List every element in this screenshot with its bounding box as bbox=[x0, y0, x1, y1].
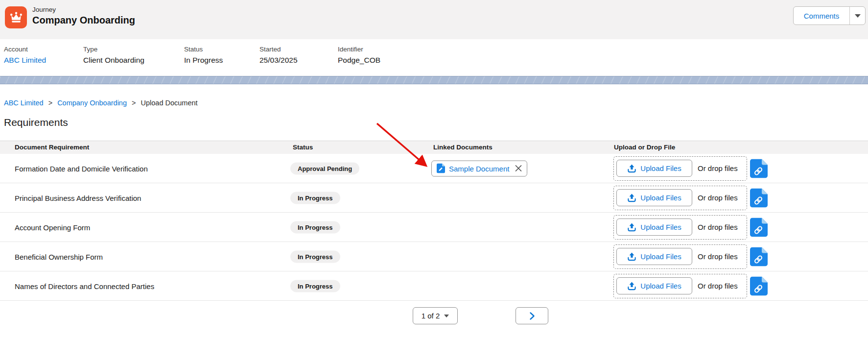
table-row: Principal Business Address Verification … bbox=[0, 183, 868, 213]
drop-files-label: Or drop files bbox=[698, 252, 738, 261]
link-file-button[interactable] bbox=[750, 276, 768, 295]
requirements-rows: Formation Date and Domicile Verification… bbox=[0, 154, 868, 301]
upload-files-button[interactable]: Upload Files bbox=[616, 160, 692, 177]
breadcrumb-journey-link[interactable]: Company Onboarding bbox=[57, 99, 127, 107]
breadcrumb-account-link[interactable]: ABC Limited bbox=[4, 99, 44, 107]
upload-icon bbox=[627, 281, 636, 291]
link-file-icon bbox=[750, 247, 768, 266]
column-header-status: Status bbox=[293, 141, 313, 154]
link-file-button[interactable] bbox=[750, 218, 768, 237]
close-icon bbox=[515, 165, 522, 172]
upload-files-label: Upload Files bbox=[640, 252, 681, 261]
drop-files-label: Or drop files bbox=[698, 194, 738, 202]
top-bar: Journey Company Onboarding Comments bbox=[0, 0, 868, 40]
page-indicator: 1 of 2 bbox=[422, 312, 440, 320]
upload-icon bbox=[627, 222, 636, 232]
requirements-table-header: Document Requirement Status Linked Docum… bbox=[0, 141, 868, 154]
upload-files-button[interactable]: Upload Files bbox=[616, 248, 692, 265]
status-badge: In Progress bbox=[290, 221, 340, 233]
status-badge: In Progress bbox=[290, 250, 340, 263]
field-value: Client Onboarding bbox=[83, 56, 144, 65]
upload-files-label: Upload Files bbox=[640, 223, 681, 231]
upload-files-label: Upload Files bbox=[640, 164, 681, 172]
breadcrumb: ABC Limited > Company Onboarding > Uploa… bbox=[4, 99, 198, 107]
link-file-button[interactable] bbox=[750, 247, 768, 266]
entity-type-label: Journey bbox=[32, 6, 56, 13]
field-label: Started bbox=[259, 46, 281, 53]
page-selector-button[interactable]: 1 of 2 bbox=[413, 307, 458, 324]
upload-files-label: Upload Files bbox=[640, 194, 681, 202]
caret-down-icon bbox=[855, 14, 861, 18]
upload-files-button[interactable]: Upload Files bbox=[616, 189, 692, 206]
field-label: Status bbox=[184, 46, 203, 53]
upload-icon bbox=[627, 193, 636, 202]
breadcrumb-separator: > bbox=[132, 99, 136, 107]
link-file-icon bbox=[750, 218, 768, 237]
requirement-name: Account Opening Form bbox=[15, 223, 90, 231]
link-file-button[interactable] bbox=[750, 159, 768, 178]
table-row: Beneficial Ownership Form In Progress Up… bbox=[0, 242, 868, 271]
field-value: Podge_COB bbox=[338, 56, 380, 65]
comments-button[interactable]: Comments bbox=[794, 7, 849, 24]
journey-page: Journey Company Onboarding Comments Acco… bbox=[0, 0, 868, 340]
breadcrumb-current: Upload Document bbox=[141, 99, 198, 107]
requirement-name: Formation Date and Domicile Verification bbox=[15, 164, 148, 172]
upload-files-button[interactable]: Upload Files bbox=[616, 219, 692, 236]
status-badge: In Progress bbox=[290, 280, 340, 292]
crown-icon bbox=[9, 11, 23, 24]
column-header-linked-documents: Linked Documents bbox=[433, 141, 493, 154]
file-dropzone[interactable]: Upload Files Or drop files bbox=[613, 244, 747, 269]
table-row: Formation Date and Domicile Verification… bbox=[0, 154, 868, 183]
file-dropzone[interactable]: Upload Files Or drop files bbox=[613, 186, 747, 210]
field-label: Identifier bbox=[338, 46, 363, 53]
chevron-right-icon bbox=[529, 312, 535, 320]
upload-icon bbox=[627, 252, 636, 261]
remove-linked-document-button[interactable] bbox=[515, 165, 522, 172]
linked-document-chip[interactable]: Sample Document bbox=[431, 160, 527, 176]
field-value: In Progress bbox=[184, 56, 223, 65]
comments-dropdown-button[interactable] bbox=[849, 7, 865, 24]
table-row: Names of Directors and Connected Parties… bbox=[0, 271, 868, 301]
upload-files-button[interactable]: Upload Files bbox=[616, 277, 692, 294]
decorative-banner bbox=[0, 76, 868, 84]
link-file-icon bbox=[750, 159, 768, 178]
status-badge: Approval Pending bbox=[290, 162, 359, 174]
status-badge: In Progress bbox=[290, 192, 340, 204]
field-label: Type bbox=[83, 46, 97, 53]
record-highlights: Account ABC Limited Type Client Onboardi… bbox=[0, 39, 868, 76]
page-title: Company Onboarding bbox=[32, 15, 135, 26]
column-header-upload: Upload or Drop File bbox=[614, 141, 675, 154]
upload-files-label: Upload Files bbox=[640, 282, 681, 290]
column-header-document-requirement: Document Requirement bbox=[15, 141, 89, 154]
file-dropzone[interactable]: Upload Files Or drop files bbox=[613, 156, 747, 181]
file-dropzone[interactable]: Upload Files Or drop files bbox=[613, 215, 747, 240]
link-file-icon bbox=[750, 276, 768, 295]
drop-files-label: Or drop files bbox=[698, 282, 738, 290]
section-title: Requirements bbox=[4, 117, 68, 128]
upload-icon bbox=[627, 164, 636, 173]
comments-split-button: Comments bbox=[793, 6, 866, 25]
document-icon bbox=[437, 164, 445, 173]
requirement-name: Principal Business Address Verification bbox=[15, 194, 141, 202]
link-file-icon bbox=[750, 188, 768, 207]
linked-document-name: Sample Document bbox=[449, 164, 509, 172]
link-file-button[interactable] bbox=[750, 188, 768, 207]
caret-down-icon bbox=[444, 315, 449, 317]
journey-entity-icon bbox=[5, 6, 27, 28]
table-row: Account Opening Form In Progress Upload … bbox=[0, 213, 868, 242]
breadcrumb-separator: > bbox=[48, 99, 52, 107]
file-dropzone[interactable]: Upload Files Or drop files bbox=[613, 274, 747, 298]
next-page-button[interactable] bbox=[516, 307, 548, 324]
account-link[interactable]: ABC Limited bbox=[4, 56, 46, 65]
requirement-name: Names of Directors and Connected Parties bbox=[15, 282, 154, 290]
drop-files-label: Or drop files bbox=[698, 223, 738, 231]
drop-files-label: Or drop files bbox=[698, 164, 738, 172]
requirement-name: Beneficial Ownership Form bbox=[15, 252, 103, 261]
field-label: Account bbox=[4, 46, 28, 53]
field-value: 25/03/2025 bbox=[259, 56, 298, 65]
